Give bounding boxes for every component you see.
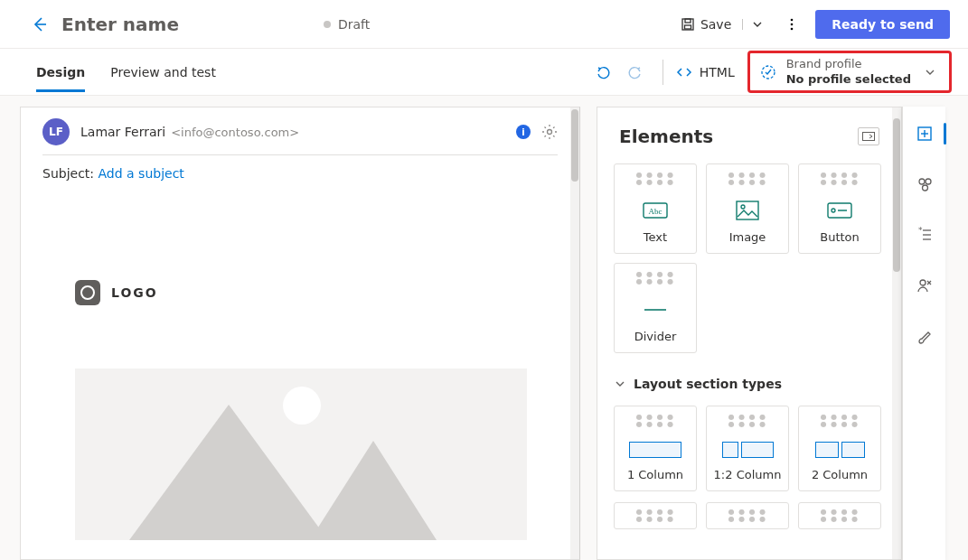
save-icon: [681, 17, 695, 32]
brand-profile-dropdown[interactable]: Brand profile No profile selected: [747, 51, 952, 93]
divider-icon: [643, 293, 668, 326]
rail-personalize-icon[interactable]: [908, 271, 941, 300]
element-tile-button[interactable]: ● ● ● ●● ● ● ● Button: [798, 163, 881, 254]
status-dot-icon: [324, 21, 331, 28]
drag-handle-icon: ● ● ● ●● ● ● ●: [636, 172, 675, 186]
text-icon: Abc: [643, 193, 668, 227]
expand-icon[interactable]: [858, 127, 879, 145]
gear-icon[interactable]: [541, 124, 558, 140]
chevron-down-icon: [614, 378, 626, 390]
toolbar-divider: [663, 60, 663, 85]
svg-point-28: [920, 280, 926, 285]
logo-icon: [75, 280, 100, 305]
layout-tile-label: 1 Column: [627, 468, 683, 481]
element-tile-text[interactable]: ● ● ● ●● ● ● ● Abc Text: [614, 163, 697, 254]
layout-tile-2col[interactable]: ● ● ● ●● ● ● ● 2 Column: [798, 406, 881, 491]
svg-point-23: [922, 185, 927, 191]
logo-block[interactable]: LOGO: [75, 280, 525, 305]
svg-point-4: [791, 18, 794, 21]
svg-point-22: [926, 179, 931, 184]
layout-tile-partial[interactable]: ● ● ● ●● ● ● ●: [706, 502, 789, 529]
element-tile-divider[interactable]: ● ● ● ●● ● ● ● Divider: [614, 263, 697, 353]
app-header: Enter name Draft Save Ready to send: [0, 0, 968, 49]
page-title[interactable]: Enter name: [61, 14, 179, 35]
subject-label: Subject:: [42, 166, 94, 181]
canvas-column: LF Lamar Ferrari <info@contoso.com> i Su…: [0, 96, 587, 560]
elements-scrollbar[interactable]: [892, 107, 901, 559]
status-label: Draft: [338, 17, 370, 32]
layout-tile-12col[interactable]: ● ● ● ●● ● ● ● 1:2 Column: [706, 406, 789, 491]
right-rail: *: [902, 107, 945, 560]
canvas-scrollbar[interactable]: [570, 107, 579, 559]
svg-rect-12: [737, 201, 758, 219]
image-icon: [736, 193, 759, 227]
from-name: Lamar Ferrari: [80, 125, 165, 139]
subject-link[interactable]: Add a subject: [99, 166, 184, 181]
drag-handle-icon: ● ● ● ●● ● ● ●: [636, 271, 675, 285]
brand-profile-value: No profile selected: [786, 72, 911, 87]
tab-preview[interactable]: Preview and test: [110, 52, 216, 92]
rail-settings-icon[interactable]: [908, 170, 941, 199]
svg-point-6: [791, 27, 794, 30]
svg-rect-2: [685, 19, 691, 23]
drag-handle-icon: ● ● ● ●● ● ● ●: [636, 509, 675, 523]
brand-profile-label: Brand profile: [786, 57, 911, 71]
drag-handle-icon: ● ● ● ●● ● ● ●: [728, 172, 767, 186]
svg-point-5: [791, 23, 794, 25]
ready-to-send-button[interactable]: Ready to send: [815, 10, 950, 39]
rail-elements-icon[interactable]: [908, 119, 941, 148]
image-placeholder[interactable]: [75, 369, 527, 540]
layout-section-header[interactable]: Layout section types: [597, 359, 901, 400]
layout-tile-partial[interactable]: ● ● ● ●● ● ● ●: [614, 502, 697, 529]
email-canvas[interactable]: LF Lamar Ferrari <info@contoso.com> i Su…: [20, 107, 580, 560]
layout-section-label: Layout section types: [634, 377, 782, 391]
subject-row: Subject: Add a subject: [21, 155, 579, 181]
from-email: <info@contoso.com>: [171, 126, 299, 139]
elements-panel: Elements ● ● ● ●● ● ● ● Abc Text ● ● ● ●…: [597, 107, 902, 560]
logo-text: LOGO: [111, 285, 158, 300]
undo-icon[interactable]: [596, 64, 612, 80]
drag-handle-icon: ● ● ● ●● ● ● ●: [636, 414, 675, 428]
redo-icon[interactable]: [626, 64, 643, 80]
back-icon[interactable]: [31, 15, 49, 33]
svg-rect-3: [684, 25, 691, 29]
svg-point-13: [741, 205, 745, 209]
html-label: HTML: [700, 65, 735, 79]
svg-point-8: [548, 130, 552, 135]
html-toggle-button[interactable]: HTML: [676, 64, 735, 80]
drag-handle-icon: ● ● ● ●● ● ● ●: [728, 414, 767, 428]
scrollbar-thumb[interactable]: [571, 109, 578, 182]
save-label: Save: [700, 17, 731, 32]
svg-point-15: [832, 209, 835, 212]
drag-handle-icon: ● ● ● ●● ● ● ●: [821, 509, 860, 523]
code-icon: [676, 64, 692, 80]
layout-tile-label: 2 Column: [812, 468, 868, 481]
element-tile-label: Button: [820, 230, 860, 244]
from-row: LF Lamar Ferrari <info@contoso.com> i: [42, 118, 558, 155]
more-menu-icon[interactable]: [785, 17, 799, 32]
element-tile-label: Text: [644, 230, 667, 244]
drag-handle-icon: ● ● ● ●● ● ● ●: [728, 509, 767, 523]
editor-toolbar: Design Preview and test HTML Brand profi…: [0, 49, 968, 96]
svg-text:*: *: [918, 227, 923, 235]
svg-text:Abc: Abc: [649, 207, 663, 216]
layout-tile-1col[interactable]: ● ● ● ●● ● ● ● 1 Column: [614, 406, 697, 491]
elements-title: Elements: [619, 126, 713, 147]
rail-list-icon[interactable]: *: [908, 220, 941, 249]
save-dropdown[interactable]: [742, 19, 763, 30]
layout-tile-partial[interactable]: ● ● ● ●● ● ● ●: [798, 502, 881, 529]
save-button[interactable]: Save: [675, 14, 768, 35]
rail-brush-icon[interactable]: [908, 322, 941, 350]
scrollbar-thumb[interactable]: [893, 118, 900, 272]
layout-preview-icon: [815, 435, 865, 464]
element-tile-label: Divider: [634, 330, 677, 343]
chevron-down-icon: [911, 66, 936, 79]
layout-preview-icon: [629, 435, 681, 464]
drag-handle-icon: ● ● ● ●● ● ● ●: [821, 172, 860, 186]
layout-tile-label: 1:2 Column: [714, 468, 782, 481]
info-icon[interactable]: i: [516, 125, 531, 139]
tab-design[interactable]: Design: [36, 52, 85, 92]
svg-point-21: [919, 179, 925, 184]
svg-rect-1: [682, 19, 693, 30]
element-tile-image[interactable]: ● ● ● ●● ● ● ● Image: [706, 163, 789, 254]
